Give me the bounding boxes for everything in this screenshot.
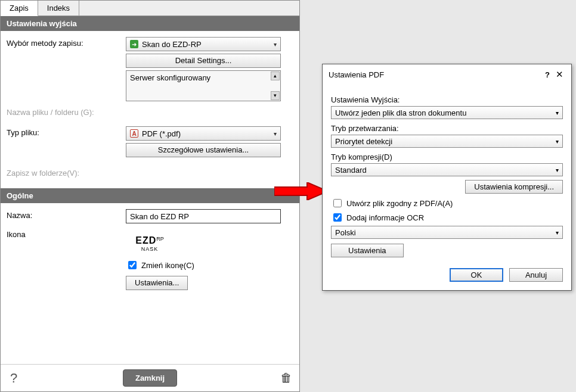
ok-button[interactable]: OK: [450, 268, 503, 282]
server-status-box: Serwer skonfigurowany ▴ ▾: [126, 70, 281, 101]
help-icon[interactable]: ?: [7, 371, 21, 386]
filename-label: Nazwa pliku / folderu (G):: [7, 106, 126, 117]
detail-settings-button[interactable]: Detail Settings...: [126, 54, 281, 68]
output-settings-header: Ustawienia wyjścia: [1, 16, 299, 31]
chevron-down-icon: ▾: [556, 138, 559, 145]
ocr-input[interactable]: [333, 213, 342, 222]
output-settings-body: Wybór metody zapisu: ➜ Skan do EZD-RP ▾ …: [1, 31, 299, 188]
chevron-down-icon: ▾: [556, 229, 559, 236]
filetype-label: Typ pliku:: [7, 126, 126, 137]
change-icon-checkbox[interactable]: Zmień ikonę(C): [126, 259, 293, 271]
general-body: Nazwa: Ikona EZDRP NASK Zmień ikonę(C) U…: [1, 203, 299, 301]
icon-label: Ikona: [7, 228, 126, 239]
icon-preview: EZDRP NASK: [126, 232, 174, 256]
tab-indeks[interactable]: Indeks: [38, 1, 79, 15]
pdfa-label: Utwórz plik zgodny z PDF/A(A): [346, 199, 453, 208]
scroll-up-icon[interactable]: ▴: [271, 71, 280, 80]
name-label: Nazwa:: [7, 209, 126, 220]
pdf-icon: A: [130, 129, 138, 138]
ocr-language-combo[interactable]: Polski ▾: [331, 226, 563, 239]
save-method-label: Wybór metody zapisu:: [7, 37, 126, 48]
save-method-combo[interactable]: ➜ Skan do EZD-RP ▾: [126, 37, 281, 51]
save-in-folder-label: Zapisz w folderze(V):: [7, 167, 126, 178]
change-icon-input[interactable]: [128, 261, 137, 269]
trash-icon[interactable]: 🗑: [279, 371, 293, 385]
processing-mode-label: Tryb przetwarzania:: [331, 124, 563, 133]
chevron-down-icon: ▾: [274, 41, 277, 48]
dialog-body: Ustawienia Wyjścia: Utwórz jeden plik dl…: [323, 85, 571, 290]
ocr-settings-button[interactable]: Ustawienia: [331, 244, 404, 257]
close-button[interactable]: Zamknij: [123, 369, 177, 387]
filetype-combo[interactable]: A PDF (*.pdf) ▾: [126, 126, 281, 141]
compression-mode-label: Tryb kompresji(D): [331, 153, 563, 161]
ezd-sub-text: NASK: [141, 246, 159, 252]
processing-mode-value: Priorytet detekcji: [335, 137, 392, 146]
arrow-right-icon: ➜: [130, 40, 138, 48]
compression-mode-value: Standard: [335, 166, 367, 175]
chevron-down-icon: ▾: [274, 130, 277, 137]
icon-settings-button[interactable]: Ustawienia...: [126, 276, 188, 290]
dialog-help-icon[interactable]: ?: [541, 70, 553, 79]
processing-mode-combo[interactable]: Priorytet detekcji ▾: [331, 135, 563, 148]
pdf-settings-dialog: Ustawienia PDF ? ✕ Ustawienia Wyjścia: U…: [322, 64, 572, 291]
dialog-title: Ustawienia PDF: [329, 70, 541, 79]
ocr-label: Dodaj informacje OCR: [346, 213, 424, 222]
cancel-button[interactable]: Anuluj: [509, 268, 563, 282]
ocr-language-value: Polski: [335, 228, 356, 237]
compression-mode-combo[interactable]: Standard ▾: [331, 163, 563, 176]
output-mode-label: Ustawienia Wyjścia:: [331, 95, 563, 104]
dialog-close-icon[interactable]: ✕: [553, 69, 565, 80]
compression-settings-button[interactable]: Ustawienia kompresji...: [465, 180, 563, 194]
chevron-down-icon: ▾: [556, 167, 559, 173]
output-mode-value: Utwórz jeden plik dla stron dokumentu: [335, 108, 466, 117]
ocr-checkbox[interactable]: Dodaj informacje OCR: [331, 211, 563, 223]
dialog-titlebar: Ustawienia PDF ? ✕: [323, 64, 571, 85]
change-icon-label: Zmień ikonę(C): [141, 261, 194, 270]
tab-bar: Zapis Indeks: [1, 1, 299, 16]
name-input[interactable]: [126, 209, 281, 223]
dialog-footer: OK Anuluj: [331, 268, 563, 282]
pdfa-input[interactable]: [333, 199, 342, 207]
output-mode-combo[interactable]: Utwórz jeden plik dla stron dokumentu ▾: [331, 106, 563, 119]
ezd-logo-text: EZD: [135, 235, 156, 245]
bottom-bar: ? Zamknij 🗑: [1, 364, 299, 391]
save-method-value: Skan do EZD-RP: [142, 40, 202, 49]
server-status-text: Serwer skonfigurowany: [130, 73, 210, 82]
main-settings-panel: Zapis Indeks Ustawienia wyjścia Wybór me…: [0, 0, 300, 392]
tab-zapis[interactable]: Zapis: [1, 1, 38, 16]
filetype-value: PDF (*.pdf): [142, 129, 181, 138]
advanced-settings-button[interactable]: Szczegółowe ustawienia...: [126, 143, 281, 157]
scroll-down-icon[interactable]: ▾: [271, 91, 280, 100]
pdfa-checkbox[interactable]: Utwórz plik zgodny z PDF/A(A): [331, 197, 563, 209]
chevron-down-icon: ▾: [556, 110, 559, 116]
general-header: Ogólne: [1, 188, 299, 203]
ezd-rp-text: RP: [156, 236, 164, 242]
